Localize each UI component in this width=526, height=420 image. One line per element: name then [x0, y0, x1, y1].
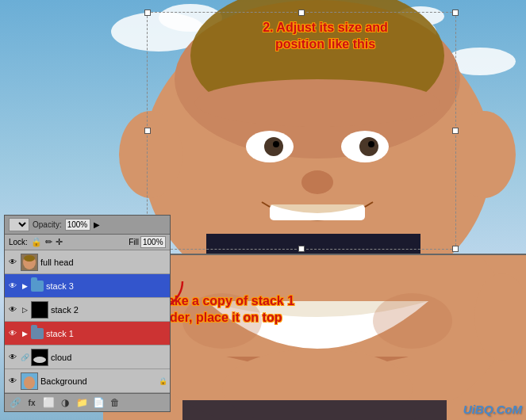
eye-icon-full-head[interactable]: 👁	[7, 257, 18, 268]
layer-name-cloud: cloud	[51, 353, 167, 362]
layer-name-full-head: full head	[40, 258, 167, 267]
eye-icon-cloud[interactable]: 👁	[7, 352, 18, 363]
svg-point-14	[452, 111, 516, 198]
delete-icon[interactable]: 🗑	[109, 396, 121, 409]
layer-name-stack3: stack 3	[46, 281, 167, 291]
layer-row-stack2[interactable]: 👁 ▷ stack 2	[5, 298, 170, 322]
layer-row-stack3[interactable]: 👁 ▶ stack 3	[5, 274, 170, 298]
fill-label: Fill	[129, 238, 139, 246]
layer-row-background[interactable]: 👁 Background 🔒	[5, 369, 170, 393]
expand-stack3[interactable]: ▶	[21, 282, 29, 290]
layer-row-full-head[interactable]: 👁 full head	[5, 250, 170, 274]
new-layer-icon[interactable]: 📄	[92, 396, 105, 409]
eye-icon-stack3[interactable]: 👁	[7, 281, 18, 292]
folder-icon-stack1	[31, 328, 44, 339]
brush-icon[interactable]: ✏	[45, 237, 52, 247]
layer-thumb-background	[21, 372, 38, 390]
layer-name-stack1: stack 1	[46, 329, 167, 338]
link-icon[interactable]: 🔗	[9, 396, 21, 409]
lock-label: Lock:	[9, 238, 28, 246]
blend-mode-select[interactable]: Pass Through	[9, 218, 29, 231]
layers-header: Pass Through Opacity: ▶	[5, 216, 170, 235]
svg-point-28	[24, 255, 35, 262]
svg-point-31	[33, 357, 46, 363]
watermark: UiBQ.CoM	[463, 403, 522, 416]
fill-container: Fill	[129, 236, 166, 248]
svg-point-11	[301, 170, 333, 194]
opacity-arrow[interactable]: ▶	[94, 220, 100, 229]
eye-icon-background[interactable]: 👁	[7, 376, 18, 387]
expand-stack1[interactable]: ▶	[21, 330, 29, 338]
eye-icon-stack1[interactable]: 👁	[7, 328, 18, 339]
svg-point-10	[368, 141, 374, 147]
expand-stack2[interactable]: ▷	[21, 306, 29, 314]
svg-point-33	[24, 376, 35, 389]
layer-row-stack1[interactable]: 👁 ▶ stack 1	[5, 322, 170, 346]
svg-point-7	[264, 137, 283, 156]
background-lock-icon: 🔒	[159, 377, 167, 385]
annotation-1: 2. Adjust its size and position like thi…	[246, 20, 405, 53]
folder-new-icon[interactable]: 📁	[75, 396, 88, 409]
fx-icon[interactable]: fx	[25, 396, 38, 409]
opacity-label: Opacity:	[33, 220, 62, 229]
lock-row: Lock: 🔒 ✏ ✛ Fill	[5, 235, 170, 250]
lock-cloud: 🔗	[21, 353, 29, 361]
svg-point-25	[373, 293, 452, 349]
svg-point-13	[119, 111, 182, 198]
layer-name-background: Background	[40, 376, 156, 386]
svg-rect-21	[182, 400, 447, 420]
layer-thumb-cloud	[31, 349, 48, 366]
folder-icon-stack3	[31, 281, 44, 292]
eye-icon-stack2[interactable]: 👁	[7, 304, 18, 315]
svg-point-8	[359, 137, 378, 156]
opacity-input[interactable]	[65, 219, 90, 231]
layer-thumb-full-head	[21, 254, 38, 271]
fill-input[interactable]	[140, 236, 166, 248]
layer-thumb-stack2	[31, 301, 48, 319]
adjustment-icon[interactable]: ◑	[59, 396, 71, 409]
layer-name-stack2: stack 2	[51, 305, 167, 315]
svg-point-16	[194, 79, 440, 127]
mask-icon[interactable]: ⬜	[42, 396, 55, 409]
svg-point-9	[273, 141, 279, 147]
move-icon[interactable]: ✛	[56, 237, 63, 247]
layers-panel: Pass Through Opacity: ▶ Lock: 🔒 ✏ ✛ Fill…	[4, 215, 171, 412]
layer-row-cloud[interactable]: 👁 🔗 cloud	[5, 346, 170, 369]
lock-icon[interactable]: 🔒	[31, 237, 42, 247]
layers-bottom-bar: 🔗 fx ⬜ ◑ 📁 📄 🗑	[5, 393, 170, 411]
svg-rect-29	[32, 302, 48, 318]
